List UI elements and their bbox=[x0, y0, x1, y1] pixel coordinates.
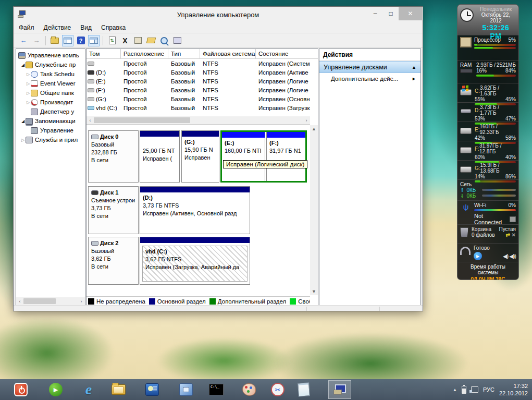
tree-item-services[interactable]: ▷ Службы и прил bbox=[17, 135, 85, 144]
volume-row[interactable]: (F:) Простой Базовый NTFS Исправен (Логи… bbox=[86, 86, 318, 94]
open-folder-icon[interactable] bbox=[145, 35, 157, 46]
scroll-left-icon[interactable]: ‹ bbox=[86, 118, 94, 123]
partition-vhd-c[interactable]: vhd (C:) 3,62 ГБ NTFS Исправен (Загрузка… bbox=[140, 237, 250, 285]
export-list-icon[interactable] bbox=[171, 35, 183, 46]
close-button[interactable]: ✕ bbox=[399, 7, 422, 20]
notepad-icon[interactable] bbox=[296, 382, 312, 397]
upload-bar bbox=[482, 189, 516, 191]
tree-item-task-scheduler[interactable]: ▷ Task Schedu bbox=[17, 69, 85, 79]
minimize-button[interactable]: – bbox=[367, 7, 383, 20]
scroll-up-icon[interactable]: ▲ bbox=[310, 126, 318, 131]
delete-icon[interactable]: X bbox=[119, 35, 131, 46]
partition-e[interactable]: (E:) 160,00 ГБ NTI bbox=[222, 132, 265, 181]
disk1-info[interactable]: Диск 1 Съемное устрои 3,73 ГБ В сети bbox=[88, 186, 139, 234]
scroll-right-icon[interactable]: › bbox=[78, 299, 85, 304]
command-prompt-icon[interactable]: C:\_ bbox=[208, 382, 224, 397]
tree-item-performance[interactable]: ▷ Производит bbox=[17, 98, 85, 107]
expander-icon[interactable]: ▷ bbox=[26, 100, 31, 105]
refresh-icon[interactable]: ⇅ bbox=[106, 35, 118, 46]
maximize-button[interactable]: □ bbox=[383, 7, 399, 20]
tray-clock[interactable]: 17:32 22.10.2012 bbox=[499, 382, 530, 397]
language-indicator[interactable]: РУС bbox=[483, 386, 494, 393]
tree-item-shared-folders[interactable]: ▷ Общие папк bbox=[17, 88, 85, 98]
column-header[interactable]: Том bbox=[86, 49, 121, 58]
network-tray-icon[interactable] bbox=[471, 386, 478, 393]
tree-item-device-manager[interactable]: Диспетчер у bbox=[17, 107, 85, 116]
disk-vertical-scrollbar[interactable]: ▲ ▼ bbox=[310, 125, 318, 295]
tray-expand-icon[interactable]: ▲ bbox=[453, 387, 457, 392]
scroll-thumb[interactable] bbox=[94, 117, 190, 123]
scroll-right-icon[interactable]: › bbox=[303, 118, 310, 123]
volume-row[interactable]: Простой Базовый NTFS Исправен (Систем bbox=[86, 59, 318, 68]
menu-action[interactable]: Действие bbox=[44, 24, 71, 31]
computer-management-taskbar-button[interactable] bbox=[328, 380, 351, 399]
scroll-down-icon[interactable]: ▼ bbox=[310, 289, 318, 294]
battery-icon[interactable] bbox=[462, 386, 466, 394]
column-header[interactable]: Файловая система bbox=[200, 49, 256, 58]
display-settings-icon[interactable] bbox=[144, 382, 160, 397]
collapse-icon[interactable]: ▲ bbox=[412, 65, 416, 70]
empty-bin-icon[interactable]: ✕ bbox=[512, 232, 516, 238]
action-disk-management[interactable]: Управление дисками ▲ bbox=[319, 61, 420, 73]
partition-system[interactable]: 25,00 ГБ NT Исправен ( bbox=[140, 130, 180, 183]
volume-icon bbox=[88, 79, 94, 83]
refresh-bin-icon[interactable]: ⇄ bbox=[505, 232, 510, 238]
volume-row[interactable]: vhd (C:) Простой Базовый NTFS Исправен (… bbox=[86, 103, 318, 112]
wifi-toggle[interactable] bbox=[510, 216, 516, 222]
volume-row[interactable]: (G:) Простой Базовый NTFS Исправен (Осно… bbox=[86, 94, 318, 103]
action-more-actions[interactable]: Дополнительные дейс... ► bbox=[319, 73, 420, 84]
help-icon[interactable]: ? bbox=[75, 35, 86, 46]
snipping-tool-icon[interactable]: ✂ bbox=[270, 382, 286, 397]
column-header[interactable]: Состояние bbox=[256, 49, 318, 58]
computer-icon bbox=[18, 52, 26, 59]
volume-horizontal-scrollbar[interactable]: ‹ › bbox=[86, 116, 310, 125]
menu-view[interactable]: Вид bbox=[80, 24, 92, 31]
cpu-bar bbox=[474, 44, 516, 46]
expander-icon[interactable]: ▷ bbox=[26, 72, 31, 77]
disk0-info[interactable]: Диск 0 Базовый 232,88 ГБ В сети bbox=[88, 130, 139, 183]
forward-icon[interactable]: → bbox=[31, 35, 42, 46]
paint-icon[interactable] bbox=[241, 382, 257, 397]
properties-icon[interactable] bbox=[132, 35, 144, 46]
media-player-icon[interactable]: ▶ bbox=[48, 382, 64, 397]
recycle-bin-icon[interactable] bbox=[460, 227, 468, 237]
menu-help[interactable]: Справка bbox=[101, 24, 126, 31]
expander-icon[interactable]: ▷ bbox=[26, 91, 31, 95]
expander-icon[interactable]: ▷ bbox=[26, 81, 31, 86]
scroll-thumb[interactable] bbox=[23, 298, 56, 304]
volume-icons[interactable]: ◀) ◀)) bbox=[503, 253, 516, 260]
partition-d[interactable]: (D:) 3,73 ГБ NTFS Исправен (Активен, Осн… bbox=[140, 186, 250, 234]
column-header[interactable]: Тип bbox=[168, 49, 200, 58]
file-explorer-icon[interactable] bbox=[110, 382, 126, 397]
expander-icon[interactable]: ◢ bbox=[20, 63, 26, 67]
tree-item-event-viewer[interactable]: ▷ Event Viewer bbox=[17, 79, 85, 88]
removable-disk-icon bbox=[91, 190, 98, 195]
cpu-section: Процессор5% bbox=[457, 35, 518, 60]
find-icon[interactable] bbox=[158, 35, 170, 46]
disk2-info[interactable]: Диск 2 Базовый 3,62 ГБ В сети bbox=[88, 237, 139, 285]
back-icon[interactable]: ← bbox=[18, 35, 29, 46]
tree-item-disk-management[interactable]: Управление bbox=[17, 126, 85, 135]
titlebar[interactable]: Управление компьютером – □ ✕ bbox=[14, 7, 423, 22]
volume-row[interactable]: (D:) Простой Базовый NTFS Исправен (Акти… bbox=[86, 68, 318, 77]
tree-item-computer-management[interactable]: Управление компь bbox=[17, 51, 85, 60]
console-tree-icon[interactable] bbox=[62, 35, 73, 46]
expander-icon[interactable]: ▷ bbox=[20, 138, 26, 142]
column-header[interactable]: Расположение bbox=[121, 49, 168, 58]
menu-file[interactable]: Файл bbox=[19, 24, 34, 31]
power-button-icon[interactable] bbox=[13, 382, 29, 397]
partition-g[interactable]: (G:) 15,90 ГБ N Исправен bbox=[181, 130, 219, 183]
partition-f[interactable]: (F:) 31,97 ГБ N1 bbox=[266, 132, 305, 181]
tree-item-storage[interactable]: ◢ Запоминающи bbox=[17, 116, 85, 126]
tree-item-system-tools[interactable]: ◢ Служебные пр bbox=[17, 60, 85, 69]
up-level-icon[interactable] bbox=[49, 35, 60, 46]
tree-horizontal-scrollbar[interactable]: ‹ › bbox=[16, 297, 85, 305]
app-window-icon[interactable] bbox=[178, 382, 194, 397]
disk-management-icon bbox=[31, 127, 38, 134]
expander-icon[interactable]: ◢ bbox=[20, 119, 26, 124]
volume-row[interactable]: (E:) Простой Базовый NTFS Исправен (Логи… bbox=[86, 77, 318, 86]
action-pane-icon[interactable] bbox=[88, 35, 100, 46]
internet-explorer-icon[interactable]: e bbox=[81, 382, 96, 397]
play-button[interactable]: ▶ bbox=[474, 252, 482, 260]
scroll-left-icon[interactable]: ‹ bbox=[16, 299, 23, 304]
